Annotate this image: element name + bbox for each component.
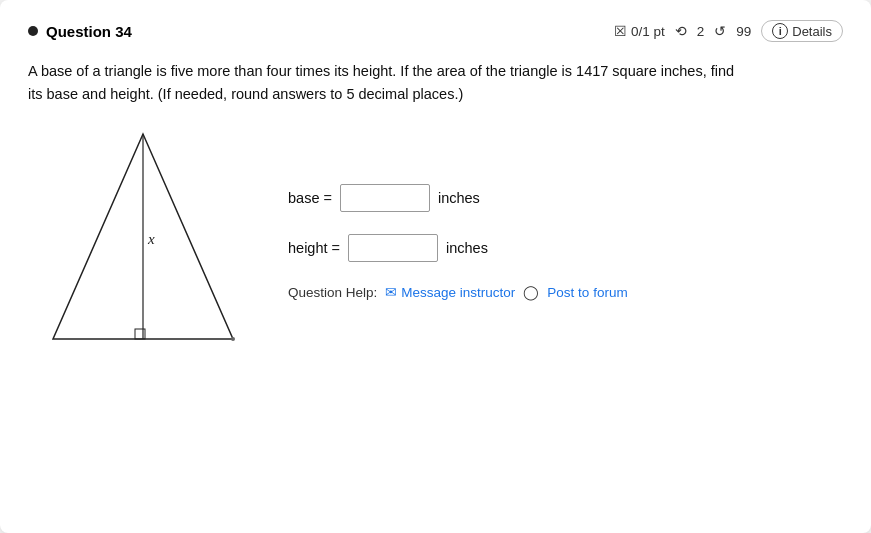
header: Question 34 ☒ 0/1 pt ⟲ 2 ↺ 99 i Details	[28, 20, 843, 42]
height-label: x	[147, 231, 155, 247]
svg-point-3	[231, 337, 235, 341]
details-button[interactable]: i Details	[761, 20, 843, 42]
message-instructor-link[interactable]: ✉ Message instructor	[385, 284, 515, 300]
triangle-area: x	[28, 124, 258, 354]
header-right: ☒ 0/1 pt ⟲ 2 ↺ 99 i Details	[614, 20, 843, 42]
base-row: base = inches	[288, 184, 843, 212]
height-row: height = inches	[288, 234, 843, 262]
checkbox-icon: ☒	[614, 23, 627, 39]
info-icon: i	[772, 23, 788, 39]
undo-count: 2	[697, 24, 705, 39]
score-value: 0/1 pt	[631, 24, 665, 39]
triangle-diagram: x	[28, 124, 258, 354]
message-instructor-label: Message instructor	[401, 285, 515, 300]
content-area: x base = inches height = inches	[28, 124, 843, 354]
undo-icon[interactable]: ⟲	[675, 23, 687, 39]
help-label: Question Help:	[288, 285, 377, 300]
question-card: Question 34 ☒ 0/1 pt ⟲ 2 ↺ 99 i Details …	[0, 0, 871, 533]
base-input[interactable]	[340, 184, 430, 212]
refresh-count: 99	[736, 24, 751, 39]
post-to-forum-label: Post to forum	[547, 285, 627, 300]
height-input[interactable]	[348, 234, 438, 262]
details-label: Details	[792, 24, 832, 39]
status-dot	[28, 26, 38, 36]
forum-icon: ◯	[523, 284, 539, 300]
base-label: base =	[288, 190, 332, 206]
post-to-forum-link[interactable]: Post to forum	[547, 285, 627, 300]
question-title: Question 34	[46, 23, 132, 40]
right-panel: base = inches height = inches Question H…	[288, 124, 843, 300]
help-row: Question Help: ✉ Message instructor ◯ Po…	[288, 284, 843, 300]
question-text: A base of a triangle is five more than f…	[28, 60, 748, 106]
score-badge: ☒ 0/1 pt	[614, 23, 665, 39]
height-unit: inches	[446, 240, 488, 256]
height-label: height =	[288, 240, 340, 256]
question-label: Question 34	[28, 23, 132, 40]
email-icon: ✉	[385, 284, 397, 300]
base-unit: inches	[438, 190, 480, 206]
refresh-icon[interactable]: ↺	[714, 23, 726, 39]
inputs-section: base = inches height = inches Question H…	[288, 184, 843, 300]
